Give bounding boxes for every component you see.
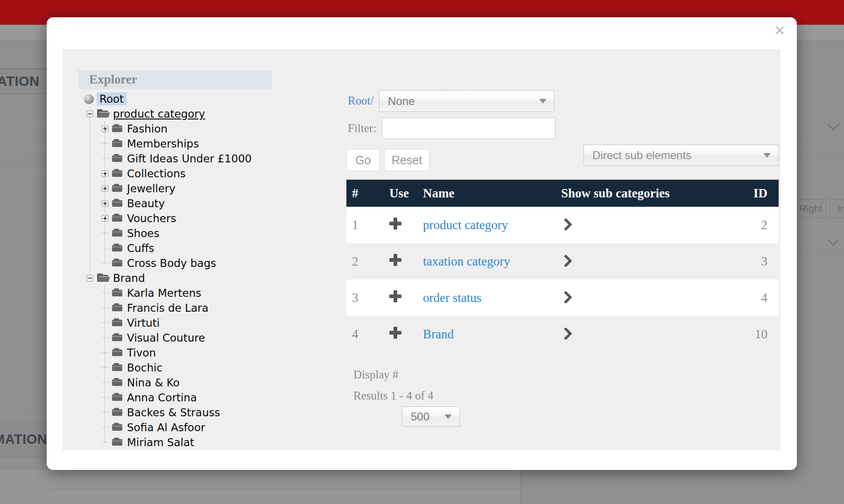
category-link[interactable]: Brand (423, 327, 454, 341)
divider (797, 251, 844, 252)
tree-connector (102, 293, 108, 294)
chevron-right-icon[interactable] (559, 327, 572, 340)
tree-item-label[interactable]: product category (113, 108, 205, 120)
root-path-link[interactable]: Root/ (348, 94, 374, 107)
tree-item-label[interactable]: Vouchers (127, 212, 176, 224)
tree-item[interactable]: Karla Mertens (83, 286, 331, 301)
tree-item[interactable]: Cuffs (83, 241, 331, 256)
tree-item[interactable]: Cross Body bags (83, 256, 331, 271)
plus-icon[interactable] (389, 217, 401, 230)
folder-icon (112, 350, 122, 356)
row-id: 10 (738, 327, 767, 342)
tree-item[interactable]: Shoes (83, 226, 331, 241)
chevron-right-icon[interactable] (559, 290, 572, 303)
folder-icon (112, 126, 122, 132)
tree-item-label[interactable]: Brand (113, 272, 145, 284)
tree-item-label[interactable]: Visual Couture (127, 332, 205, 344)
tree-item-label[interactable]: Beauty (127, 197, 165, 210)
chevron-right-icon[interactable] (559, 254, 572, 267)
category-link[interactable]: taxation category (423, 254, 510, 268)
root-category-select[interactable]: None (379, 90, 555, 112)
tree-item[interactable]: Francis de Lara (83, 301, 331, 315)
tree-item[interactable]: Jewellery (83, 181, 331, 196)
tree-connector (102, 382, 108, 383)
expand-icon[interactable] (102, 170, 108, 177)
tree-item-label[interactable]: Root (97, 92, 127, 105)
tree-item[interactable]: Virtuti (83, 315, 331, 330)
row-id: 2 (738, 218, 767, 232)
tree-item-label[interactable]: Anna Cortina (127, 392, 197, 404)
folder-icon (112, 409, 122, 416)
folder-icon (112, 260, 122, 266)
tree-item[interactable]: Tivon (83, 345, 331, 360)
tree-item-label[interactable]: Virtuti (127, 317, 160, 329)
tree-item[interactable]: Backes & Strauss (83, 405, 331, 420)
tree-item-label[interactable]: Backes & Strauss (127, 406, 220, 419)
plus-icon[interactable] (389, 254, 401, 266)
collapse-icon[interactable] (87, 275, 93, 281)
tree-item[interactable]: Bochic (83, 360, 331, 375)
tree-item-label[interactable]: Cuffs (127, 242, 154, 254)
tree-item-label[interactable]: Miriam Salat (127, 436, 194, 448)
tree-item[interactable]: Miriam Salat (83, 435, 331, 450)
reset-button[interactable]: Reset (384, 149, 429, 171)
collapse-icon[interactable] (87, 111, 93, 117)
plus-icon[interactable] (389, 327, 401, 339)
expand-icon[interactable] (102, 200, 108, 207)
tree-item[interactable]: product category (83, 106, 331, 121)
header-id: ID (738, 186, 767, 201)
expand-icon[interactable] (102, 215, 108, 222)
tree-item-label[interactable]: Jewellery (127, 182, 176, 195)
tree-connector (102, 397, 108, 398)
chevron-down-icon (827, 119, 839, 130)
tree-item-label[interactable]: Cross Body bags (127, 257, 216, 269)
divider (0, 124, 47, 124)
tree-item[interactable]: Visual Couture (83, 330, 331, 345)
tree-item-label[interactable]: Bochic (127, 362, 162, 374)
tree-connector (102, 442, 108, 443)
filter-input[interactable] (382, 118, 556, 139)
category-link[interactable]: product category (423, 218, 508, 232)
tree-item-label[interactable]: Nina & Ko (127, 377, 180, 389)
tree-item-label[interactable]: Memberships (127, 138, 199, 150)
tree-item-label[interactable]: Tivon (127, 347, 156, 359)
tree-item[interactable]: Nina & Ko (83, 375, 331, 390)
tree-item[interactable]: Vouchers (83, 211, 331, 226)
category-link[interactable]: order status (423, 291, 481, 305)
tree-item-label[interactable]: Shoes (127, 227, 159, 239)
tree-connector (102, 337, 108, 338)
tree-item-label[interactable]: Sofia Al Asfoor (127, 421, 205, 434)
tree-connector (102, 233, 108, 234)
expand-icon[interactable] (102, 185, 108, 192)
divider (797, 156, 844, 156)
folder-icon (112, 215, 122, 222)
right-button[interactable]: Right (796, 199, 826, 218)
expand-icon[interactable] (102, 126, 108, 132)
header-use: Use (389, 186, 423, 201)
tree-item-label[interactable]: Fashion (127, 123, 168, 135)
tree-item-root[interactable]: Root (83, 91, 331, 106)
divider (0, 488, 520, 489)
tree-connector (102, 143, 108, 144)
tree-item[interactable]: Anna Cortina (83, 390, 331, 405)
tree-item-label[interactable]: Karla Mertens (127, 287, 201, 299)
tree-item[interactable]: Gift Ideas Under £1000 (83, 151, 331, 166)
close-icon[interactable]: ✕ (770, 21, 789, 41)
tree-item[interactable]: Sofia Al Asfoor (83, 420, 331, 435)
go-button[interactable]: Go (346, 149, 380, 171)
folder-icon (112, 364, 122, 371)
scope-select[interactable]: Direct sub elements (584, 145, 779, 166)
display-count-select[interactable]: 500 (402, 406, 460, 427)
tree-item[interactable]: Collections (83, 166, 331, 181)
chevron-right-icon[interactable] (559, 217, 572, 231)
tree-item[interactable]: Brand (83, 271, 331, 286)
tree-connector (102, 308, 108, 308)
tree-item[interactable]: Memberships (83, 136, 331, 151)
insert-button[interactable]: Ins (830, 199, 844, 218)
tree-item[interactable]: Beauty (83, 196, 331, 211)
plus-icon[interactable] (389, 290, 401, 302)
tree-item-label[interactable]: Collections (127, 168, 186, 180)
tree-item-label[interactable]: Gift Ideas Under £1000 (127, 153, 252, 165)
tree-item[interactable]: Fashion (83, 121, 331, 136)
tree-item-label[interactable]: Francis de Lara (127, 302, 209, 314)
